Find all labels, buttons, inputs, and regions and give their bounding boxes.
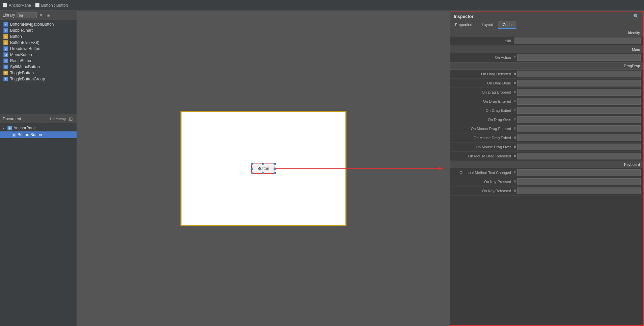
handle-bl[interactable] xyxy=(251,172,253,174)
lib-icon-buttonbar: B xyxy=(3,40,8,45)
insp-input-on-input-method-text-changed[interactable] xyxy=(517,169,641,176)
handle-br[interactable] xyxy=(274,172,276,174)
button-on-canvas[interactable]: Button xyxy=(251,164,275,174)
section-header-identity: Identity xyxy=(450,29,643,36)
insp-row-on-mouse-drag-released: On Mouse Drag Released # xyxy=(450,152,643,161)
insp-label-on-input-method-text-changed: On Input Method Text Changed xyxy=(453,171,514,175)
insp-input-on-drag-exited[interactable] xyxy=(517,107,641,114)
library-item-togglebtn[interactable]: T ToggleButton xyxy=(0,70,77,76)
insp-row-on-drag-over: On Drag Over # xyxy=(450,115,643,124)
insp-row-on-key-pressed: On Key Pressed # xyxy=(450,177,643,186)
tab-code[interactable]: Code xyxy=(498,21,516,29)
insp-input-on-mouse-drag-over[interactable] xyxy=(517,144,641,150)
insp-row-on-action: On Action # xyxy=(450,53,643,62)
insp-input-on-drag-done[interactable] xyxy=(517,80,641,86)
library-item-buttonbar[interactable]: B ButtonBar (FX8) xyxy=(0,40,77,46)
handle-tl[interactable] xyxy=(251,163,253,165)
library-add-btn[interactable]: ⊞ xyxy=(46,12,52,18)
insp-input-fxid[interactable] xyxy=(514,37,641,44)
library-item-label: Button xyxy=(10,34,22,39)
insp-label-on-mouse-drag-released: On Mouse Drag Released xyxy=(453,154,514,158)
section-header-keyboard: Keyboard xyxy=(450,161,643,168)
library-item-dropdownbtn[interactable]: D DropdownButton xyxy=(0,46,77,52)
document-settings-btn[interactable]: ⊞ xyxy=(68,116,74,122)
insp-row-on-drag-detected: On Drag Detected # xyxy=(450,70,643,79)
insp-label-on-action: On Action xyxy=(453,55,514,59)
canvas-area: Button xyxy=(180,111,346,226)
insp-row-on-drag-entered: On Drag Entered # xyxy=(450,97,643,106)
handle-tr[interactable] xyxy=(274,163,276,165)
breadcrumb-icon-button: ⬜ xyxy=(35,3,40,7)
handle-bc[interactable] xyxy=(262,172,264,174)
insp-field-on-action: # xyxy=(514,54,641,61)
library-item-bubblechart[interactable]: B BubbleChart xyxy=(0,27,77,33)
handle-ml[interactable] xyxy=(251,168,253,170)
insp-label-on-drag-over: On Drag Over xyxy=(453,118,514,122)
breadcrumb-anchor[interactable]: AnchorPane xyxy=(9,3,31,8)
library-item-label: DropdownButton xyxy=(10,46,40,51)
inspector-header: Inspector 🔍 xyxy=(450,11,643,21)
insp-label-on-key-released: On Key Released xyxy=(453,189,514,193)
lib-icon-bubblechart: B xyxy=(3,28,8,33)
breadcrumb-icon-anchor: ⬜ xyxy=(3,3,7,7)
library-item-label: RadioButton xyxy=(10,58,32,63)
tab-layout[interactable]: Layout xyxy=(477,21,498,29)
button-label-text: Button xyxy=(257,166,269,171)
tree-item-button[interactable]: B Button Button xyxy=(0,131,77,138)
insp-hash-on-action: # xyxy=(514,55,516,59)
library-label: Library xyxy=(3,13,15,18)
library-item-label: BottomNavigationButton xyxy=(10,22,54,27)
breadcrumb-button[interactable]: Button : Button xyxy=(41,3,68,8)
insp-label-on-drag-dropped: On Drag Dropped xyxy=(453,90,514,94)
library-item-menubtn[interactable]: M MenuButton xyxy=(0,52,77,58)
lib-icon-menubtn: M xyxy=(3,52,8,57)
lib-icon-radiobtn: R xyxy=(3,58,8,63)
insp-input-on-mouse-drag-exited[interactable] xyxy=(517,134,641,141)
tree-label-anchor: AnchorPane xyxy=(13,126,36,130)
left-panel: Library ✕ ⊞ B BottomNavigationButton B B… xyxy=(0,11,77,326)
library-item-label: BubbleChart xyxy=(10,28,33,33)
insp-label-on-drag-detected: On Drag Detected xyxy=(453,72,514,76)
library-list: B BottomNavigationButton B BubbleChart B… xyxy=(0,20,77,115)
library-item-label: MenuButton xyxy=(10,52,32,57)
tree-item-anchorpane[interactable]: ▾ A AnchorPane xyxy=(0,125,77,131)
library-search: ✕ ⊞ xyxy=(17,12,74,18)
insp-input-on-drag-over[interactable] xyxy=(517,116,641,123)
insp-input-on-key-released[interactable] xyxy=(517,187,641,194)
insp-input-on-action[interactable] xyxy=(517,54,641,61)
library-clear-btn[interactable]: ✕ xyxy=(38,12,44,18)
section-header-main: Main xyxy=(450,46,643,53)
insp-row-on-mouse-drag-entered: On Mouse Drag Entered # xyxy=(450,124,643,133)
lib-icon-togglebtn: T xyxy=(3,71,8,75)
insp-row-on-drag-exited: On Drag Exited # xyxy=(450,106,643,115)
main-layout: Library ✕ ⊞ B BottomNavigationButton B B… xyxy=(0,11,644,326)
insp-row-on-drag-dropped: On Drag Dropped # xyxy=(450,88,643,97)
insp-label-on-drag-done: On Drag Done xyxy=(453,81,514,85)
insp-input-on-key-pressed[interactable] xyxy=(517,178,641,185)
section-header-dragdrop: DragDrop xyxy=(450,62,643,70)
handle-mr[interactable] xyxy=(274,168,276,170)
lib-icon-splitmenubtn: S xyxy=(3,65,8,69)
library-item-splitmenubtn[interactable]: S SplitMenuButton xyxy=(0,64,77,70)
insp-label-on-mouse-drag-entered: On Mouse Drag Entered xyxy=(453,127,514,131)
inspector-tabs: Properties Layout Code xyxy=(450,21,643,29)
inspector-search-btn[interactable]: 🔍 xyxy=(632,14,640,19)
library-item-button[interactable]: B Button xyxy=(0,33,77,40)
handle-tc[interactable] xyxy=(262,163,264,165)
insp-row-on-mouse-drag-over: On Mouse Drag Over # xyxy=(450,143,643,152)
insp-input-on-mouse-drag-released[interactable] xyxy=(517,153,641,159)
library-item-togglebtngroup[interactable]: T ToggleButtonGroup xyxy=(0,76,77,82)
insp-label-on-mouse-drag-over: On Mouse Drag Over xyxy=(453,145,514,149)
inspector-body: Identity fxid Main On Action # DragDrop … xyxy=(450,29,643,325)
library-search-input[interactable] xyxy=(17,12,37,18)
tab-properties[interactable]: Properties xyxy=(450,21,477,29)
library-item-bottomnavbtn[interactable]: B BottomNavigationButton xyxy=(0,21,77,27)
insp-input-on-drag-entered[interactable] xyxy=(517,98,641,105)
breadcrumb-sep: › xyxy=(32,3,34,8)
insp-input-on-drag-dropped[interactable] xyxy=(517,89,641,96)
insp-label-on-mouse-drag-exited: On Mouse Drag Exited xyxy=(453,136,514,140)
library-item-radiobtn[interactable]: R RadioButton xyxy=(0,58,77,64)
lib-icon-togglebtngroup: T xyxy=(3,77,8,81)
insp-input-on-mouse-drag-entered[interactable] xyxy=(517,125,641,132)
insp-input-on-drag-detected[interactable] xyxy=(517,71,641,77)
